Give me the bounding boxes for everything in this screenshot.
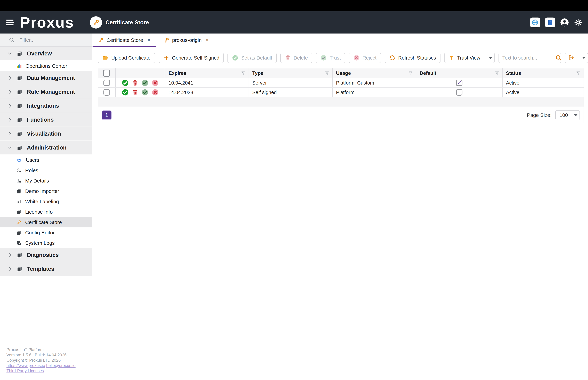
delete-icon[interactable] xyxy=(132,79,138,87)
generate-self-signed-button[interactable]: Generate Self-Signed xyxy=(159,53,224,63)
stack-icon xyxy=(17,131,22,137)
row-checkbox[interactable] xyxy=(103,80,110,86)
cell-type: Self signed xyxy=(249,88,333,97)
close-icon[interactable]: ✕ xyxy=(205,38,209,43)
chevron-right-icon xyxy=(7,76,12,80)
cell-status: Active xyxy=(503,88,584,97)
table-row[interactable]: 10.04.2041 Server Platform, Custom Activ… xyxy=(98,78,584,88)
cell-usage: Platform xyxy=(333,88,416,97)
trust-view-button[interactable]: Trust View xyxy=(444,53,495,63)
trust-view-dropdown[interactable] xyxy=(487,53,494,63)
sidebar-group-visualization[interactable]: Visualization xyxy=(0,127,92,140)
approve-icon[interactable] xyxy=(121,89,129,96)
cell-expires: 14.04.2028 xyxy=(165,88,249,97)
close-icon[interactable]: ✕ xyxy=(147,38,151,43)
sidebar-item-demo-importer[interactable]: Demo Importer xyxy=(0,186,92,196)
upload-certificate-button[interactable]: Upload Certificate xyxy=(98,53,155,63)
sidebar-group-overview[interactable]: Overview xyxy=(0,47,92,60)
column-header-default[interactable]: Default xyxy=(416,70,494,76)
stack-icon xyxy=(17,103,22,109)
export-button[interactable] xyxy=(565,53,588,63)
sidebar-item-config-editor[interactable]: Config Editor xyxy=(0,228,92,238)
footer-email-link[interactable]: hello@proxus.io xyxy=(46,363,75,368)
window-icon xyxy=(16,199,21,204)
search-button[interactable] xyxy=(555,53,561,63)
delete-button: Delete xyxy=(280,53,312,63)
sidebar-filter-input[interactable] xyxy=(19,37,80,43)
footer-licenses-link[interactable]: Third-Party Licenses xyxy=(6,368,44,373)
stack-icon xyxy=(17,89,22,95)
refresh-statuses-button[interactable]: Refresh Statuses xyxy=(385,53,440,63)
sidebar-item-users[interactable]: Users xyxy=(0,155,92,165)
column-header-expires[interactable]: Expires xyxy=(165,70,241,76)
search-input[interactable] xyxy=(499,53,555,63)
default-checkbox[interactable] xyxy=(456,89,462,95)
column-header-status[interactable]: Status xyxy=(503,70,576,76)
sidebar-item-certificate-store[interactable]: Certificate Store xyxy=(0,217,92,228)
default-checkbox-checked[interactable] xyxy=(456,80,462,86)
row-checkbox[interactable] xyxy=(103,89,110,95)
page-size-select[interactable]: 100 xyxy=(555,110,580,120)
trust-view-main[interactable]: Trust View xyxy=(445,53,484,63)
table-row[interactable]: 14.04.2028 Self signed Platform Active xyxy=(98,88,584,97)
delete-icon[interactable] xyxy=(132,89,138,96)
tab-certificate-store[interactable]: Certificate Store ✕ xyxy=(93,34,156,47)
documentation-button[interactable] xyxy=(545,18,555,27)
chevron-down-icon xyxy=(489,57,493,59)
sidebar-item-system-logs[interactable]: System Logs xyxy=(0,238,92,248)
export-main[interactable] xyxy=(565,53,577,63)
sidebar-item-operations-center[interactable]: Operations Center xyxy=(0,61,92,71)
export-dropdown[interactable] xyxy=(580,53,588,63)
sidebar-filter xyxy=(0,34,92,47)
reject-icon[interactable] xyxy=(152,89,159,96)
trust-icon[interactable] xyxy=(141,89,149,96)
sidebar-item-roles[interactable]: Roles xyxy=(0,165,92,175)
sidebar-group-diagnostics[interactable]: Diagnostics xyxy=(0,248,92,262)
filter-icon[interactable] xyxy=(241,71,246,75)
sidebar-item-my-details[interactable]: My Details xyxy=(0,175,92,186)
check-icon xyxy=(457,80,462,85)
stack-icon xyxy=(17,51,22,57)
column-header-usage[interactable]: Usage xyxy=(333,70,408,76)
select-all-checkbox[interactable] xyxy=(103,70,110,77)
hamburger-menu-icon[interactable] xyxy=(6,19,14,25)
column-header-type[interactable]: Type xyxy=(249,70,325,76)
chevron-down-icon xyxy=(7,145,12,150)
sidebar-group-administration[interactable]: Administration xyxy=(0,141,92,154)
set-as-default-button: Set as Default xyxy=(228,53,276,63)
filter-icon[interactable] xyxy=(325,71,329,75)
header-actions xyxy=(530,18,582,27)
footer-website-link[interactable]: https://www.proxus.io xyxy=(6,363,45,368)
trust-icon[interactable] xyxy=(141,79,149,87)
table-empty-area xyxy=(98,97,584,107)
trust-button: Trust xyxy=(316,53,345,63)
reject-icon[interactable] xyxy=(152,79,159,87)
sidebar-group-rule-management[interactable]: Rule Management xyxy=(0,85,92,99)
language-button[interactable] xyxy=(530,18,540,27)
cell-expires: 10.04.2041 xyxy=(165,78,249,87)
key-icon xyxy=(16,220,21,225)
sidebar-group-functions[interactable]: Functions xyxy=(0,113,92,127)
filter-icon[interactable] xyxy=(495,71,499,75)
account-button[interactable] xyxy=(560,18,569,27)
tab-proxus-origin[interactable]: proxus-origin ✕ xyxy=(158,34,214,47)
reject-button: Reject xyxy=(349,53,381,63)
search-icon xyxy=(9,37,15,43)
chevron-right-icon xyxy=(7,90,12,94)
approve-icon[interactable] xyxy=(121,79,129,87)
plus-icon xyxy=(163,55,169,61)
settings-button[interactable] xyxy=(574,18,582,27)
filter-icon[interactable] xyxy=(576,71,581,75)
table-header-row: Expires Type Usage Default Status xyxy=(98,68,584,78)
filter-icon[interactable] xyxy=(408,71,413,75)
sidebar-item-license-info[interactable]: License Info xyxy=(0,207,92,217)
toolbar: Upload Certificate Generate Self-Signed … xyxy=(98,53,588,63)
page-1-button[interactable]: 1 xyxy=(102,110,112,120)
sidebar-item-white-labeling[interactable]: White Labeling xyxy=(0,196,92,207)
funnel-icon xyxy=(448,55,455,61)
bar-chart-icon xyxy=(16,63,22,69)
sidebar-group-integrations[interactable]: Integrations xyxy=(0,99,92,113)
chevron-right-icon xyxy=(7,253,12,257)
sidebar-group-templates[interactable]: Templates xyxy=(0,262,92,276)
sidebar-group-data-management[interactable]: Data Management xyxy=(0,71,92,85)
